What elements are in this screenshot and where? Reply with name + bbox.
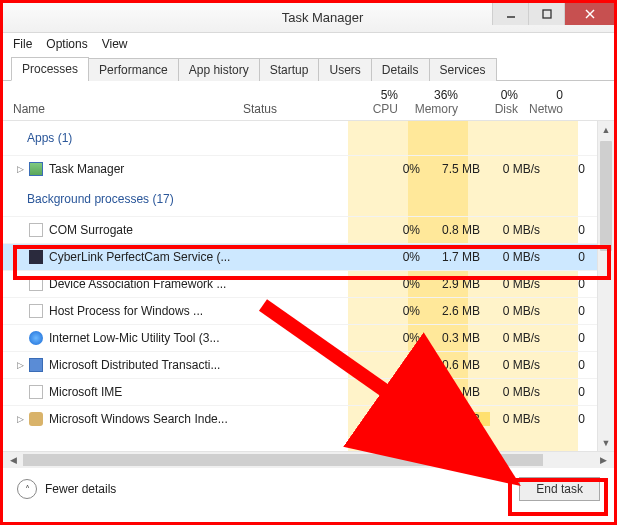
- svg-rect-1: [543, 10, 551, 18]
- footer: ˄ Fewer details End task: [3, 468, 614, 510]
- expand-icon[interactable]: ▷: [13, 360, 27, 370]
- maximize-button[interactable]: [528, 3, 564, 25]
- tab-performance[interactable]: Performance: [88, 58, 179, 81]
- search-icon: [27, 411, 45, 427]
- fewer-details-button[interactable]: ˄ Fewer details: [17, 479, 116, 499]
- row-device-association[interactable]: Device Association Framework ... 0%2.9 M…: [3, 270, 614, 297]
- col-disk[interactable]: 0%Disk: [468, 88, 528, 116]
- row-host-process[interactable]: Host Process for Windows ... 0%2.6 MB0 M…: [3, 297, 614, 324]
- scroll-down-icon[interactable]: ▼: [598, 434, 614, 451]
- scroll-left-icon[interactable]: ◀: [5, 455, 22, 465]
- row-task-manager[interactable]: ▷ Task Manager 0% 7.5 MB 0 MB/s 0: [3, 155, 614, 182]
- tab-services[interactable]: Services: [429, 58, 497, 81]
- title-bar: Task Manager: [3, 3, 614, 33]
- horizontal-scrollbar[interactable]: ◀ ▶: [3, 451, 614, 468]
- menu-view[interactable]: View: [102, 37, 128, 51]
- row-internet-lowmic[interactable]: Internet Low-Mic Utility Tool (3... 0%0.…: [3, 324, 614, 351]
- chevron-up-icon: ˄: [17, 479, 37, 499]
- expand-icon[interactable]: ▷: [13, 414, 27, 424]
- group-background: Background processes (17): [3, 182, 614, 216]
- row-cyberlink-perfectcam[interactable]: CyberLink PerfectCam Service (... 0%1.7 …: [3, 243, 614, 270]
- app-icon: [27, 249, 45, 265]
- fewer-details-label: Fewer details: [45, 482, 116, 496]
- menu-bar: File Options View: [3, 33, 614, 55]
- app-icon: [27, 303, 45, 319]
- window-controls: [492, 3, 614, 25]
- app-icon: [27, 161, 45, 177]
- row-com-surrogate[interactable]: COM Surrogate 0%0.8 MB0 MB/s0: [3, 216, 614, 243]
- column-headers: Name Status 5%CPU 36%Memory 0%Disk 0Netw…: [3, 81, 614, 121]
- menu-file[interactable]: File: [13, 37, 32, 51]
- app-icon: [27, 276, 45, 292]
- col-cpu[interactable]: 5%CPU: [348, 88, 408, 116]
- close-button[interactable]: [564, 3, 614, 25]
- scroll-right-icon[interactable]: ▶: [595, 455, 612, 465]
- row-ms-dtc[interactable]: ▷ Microsoft Distributed Transacti... 0%0…: [3, 351, 614, 378]
- tab-details[interactable]: Details: [371, 58, 430, 81]
- hscroll-thumb[interactable]: [23, 454, 543, 466]
- app-icon: [27, 357, 45, 373]
- tab-startup[interactable]: Startup: [259, 58, 320, 81]
- app-icon: [27, 384, 45, 400]
- tab-app-history[interactable]: App history: [178, 58, 260, 81]
- row-ms-ime[interactable]: Microsoft IME 0%0.6 MB0 MB/s0: [3, 378, 614, 405]
- col-name[interactable]: Name: [13, 102, 243, 116]
- col-memory[interactable]: 36%Memory: [408, 88, 468, 116]
- scroll-up-icon[interactable]: ▲: [598, 121, 614, 138]
- col-status[interactable]: Status: [243, 102, 348, 116]
- expand-icon[interactable]: ▷: [13, 164, 27, 174]
- col-network[interactable]: 0Netwo: [528, 88, 573, 116]
- vertical-scrollbar[interactable]: ▲ ▼: [597, 121, 614, 451]
- tab-strip: Processes Performance App history Startu…: [3, 55, 614, 81]
- tab-users[interactable]: Users: [318, 58, 371, 81]
- group-background-label: Background processes (17): [27, 192, 243, 206]
- app-icon: [27, 222, 45, 238]
- process-list: ▲ ▼ Apps (1) ▷ Task Manager 0% 7.5 MB 0 …: [3, 121, 614, 451]
- row-ms-search-index[interactable]: ▷ Microsoft Windows Search Inde... 0%12.…: [3, 405, 614, 432]
- tab-processes[interactable]: Processes: [11, 57, 89, 81]
- group-apps: Apps (1): [3, 121, 614, 155]
- minimize-button[interactable]: [492, 3, 528, 25]
- ie-icon: [27, 330, 45, 346]
- end-task-button[interactable]: End task: [519, 477, 600, 501]
- scroll-thumb[interactable]: [600, 141, 612, 251]
- menu-options[interactable]: Options: [46, 37, 87, 51]
- group-apps-label: Apps (1): [27, 131, 243, 145]
